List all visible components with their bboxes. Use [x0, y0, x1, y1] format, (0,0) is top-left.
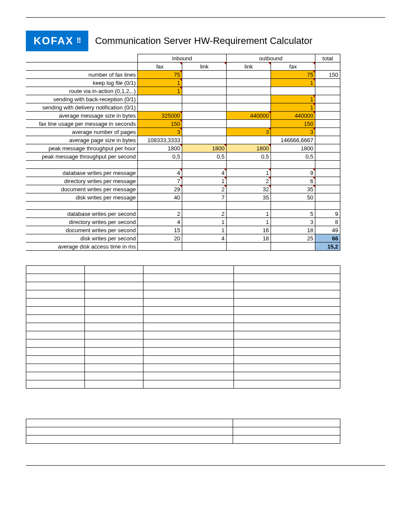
col-outbound-fax: fax — [271, 62, 315, 71]
row-label: document writes per message — [26, 185, 138, 193]
value-cell: 29 — [138, 185, 182, 193]
blank-cell — [315, 62, 340, 71]
value-cell: 18 — [271, 226, 315, 234]
empty-cell — [271, 202, 315, 210]
input-cell[interactable]: 3 — [271, 128, 315, 136]
empty-cell — [315, 169, 340, 177]
empty-cell — [315, 120, 340, 128]
input-cell[interactable]: 1 — [138, 79, 182, 87]
value-cell: 20 — [138, 234, 182, 243]
value-cell: 1 — [182, 218, 227, 226]
value-cell: 4 — [138, 169, 182, 177]
empty-cell — [138, 161, 182, 169]
input-cell[interactable]: 440000 — [271, 112, 315, 120]
empty-cell — [182, 95, 227, 103]
row-db-writes-sec: database writes per second 2 2 1 5 9 — [26, 210, 340, 218]
empty-cell — [138, 243, 182, 251]
input-cell[interactable]: 75 — [271, 71, 315, 79]
empty-cell — [182, 161, 227, 169]
empty-cell — [182, 120, 227, 128]
row-avg-page-size: average page size in bytes 108333,3333 1… — [26, 136, 340, 144]
row-label: number of fax lines — [26, 71, 138, 79]
row-label: disk writes per message — [26, 193, 138, 202]
value-cell: 40 — [138, 193, 182, 202]
total-cell: 49 — [315, 226, 340, 234]
empty-cell — [182, 128, 227, 136]
input-cell[interactable]: 1 — [271, 95, 315, 103]
input-cell[interactable]: 150 — [138, 120, 182, 128]
row-label: average message size in bytes — [26, 112, 138, 120]
empty-cell — [182, 202, 227, 210]
logo-title-row: KOFAX ⠿ Communication Server HW-Requirem… — [26, 31, 385, 51]
empty-cell — [315, 79, 340, 87]
empty-cell — [315, 136, 340, 144]
value-cell: 0,5 — [138, 152, 182, 161]
value-cell: 6 — [271, 177, 315, 185]
result-cell: 15,2 — [315, 243, 340, 251]
row-peak-msg-hour: peak message throughput per hour 1800 18… — [26, 144, 340, 152]
header-outbound: outbound — [227, 54, 315, 62]
logo-text: KOFAX — [34, 35, 74, 47]
blank-table-1 — [26, 265, 340, 389]
logo-dots-icon: ⠿ — [76, 39, 81, 43]
col-inbound-link: link — [182, 62, 227, 71]
empty-cell — [138, 202, 182, 210]
row-dir-writes-sec: directory writes per second 4 1 1 3 8 — [26, 218, 340, 226]
col-outbound-link: link — [227, 62, 271, 71]
empty-cell — [315, 112, 340, 120]
top-rule — [26, 17, 385, 18]
input-cell[interactable]: 75 — [138, 71, 182, 79]
row-label: peak message throughput per second — [26, 152, 138, 161]
empty-cell — [138, 103, 182, 112]
empty-cell — [315, 128, 340, 136]
empty-cell — [315, 177, 340, 185]
empty-cell — [227, 136, 271, 144]
value-cell: 1800 — [271, 144, 315, 152]
empty-cell — [315, 202, 340, 210]
input-cell[interactable]: 1 — [138, 87, 182, 95]
row-label: database writes per message — [26, 169, 138, 177]
empty-cell — [315, 185, 340, 193]
empty-cell — [227, 161, 271, 169]
header-inbound: inbound — [138, 54, 227, 62]
input-cell[interactable]: 440000 — [227, 112, 271, 120]
empty-cell — [182, 243, 227, 251]
value-cell: 4 — [182, 234, 227, 243]
empty-cell — [315, 95, 340, 103]
input-cell[interactable]: 150 — [271, 120, 315, 128]
kofax-logo: KOFAX ⠿ — [26, 31, 88, 51]
row-keep-log: keep log file (0/1) 1 1 — [26, 79, 340, 87]
empty-cell — [227, 95, 271, 103]
value-cell: 1 — [227, 210, 271, 218]
col-inbound-fax: fax — [138, 62, 182, 71]
input-cell[interactable]: 3 — [138, 128, 182, 136]
input-cell[interactable]: 1 — [271, 79, 315, 87]
locked-cell[interactable]: 1800 — [182, 144, 227, 152]
input-cell[interactable]: 3 — [227, 128, 271, 136]
row-label: disk writes per second — [26, 234, 138, 243]
blank-table-2 — [26, 419, 340, 444]
empty-cell — [182, 71, 227, 79]
value-cell: 1800 — [138, 144, 182, 152]
row-label: keep log file (0/1) — [26, 79, 138, 87]
header-total: total — [315, 54, 340, 62]
empty-cell — [26, 161, 138, 169]
value-cell: 15 — [138, 226, 182, 234]
empty-cell — [227, 202, 271, 210]
empty-cell — [315, 152, 340, 161]
input-cell[interactable]: 1 — [271, 103, 315, 112]
row-disk-writes-msg: disk writes per message 40 7 35 50 — [26, 193, 340, 202]
empty-cell — [182, 136, 227, 144]
row-doc-writes-msg: document writes per message 29 2 32 35 — [26, 185, 340, 193]
input-cell[interactable]: 325000 — [138, 112, 182, 120]
empty-cell — [227, 79, 271, 87]
locked-cell[interactable]: 1800 — [227, 144, 271, 152]
value-cell: 108333,3333 — [138, 136, 182, 144]
row-doc-writes-sec: document writes per second 15 1 16 18 49 — [26, 226, 340, 234]
value-cell: 50 — [271, 193, 315, 202]
bottom-rule — [26, 465, 385, 466]
row-avg-pages: average number of pages 3 3 3 — [26, 128, 340, 136]
empty-cell — [26, 202, 138, 210]
empty-cell — [315, 161, 340, 169]
row-label: sending with delivery notification (0/1) — [26, 103, 138, 112]
